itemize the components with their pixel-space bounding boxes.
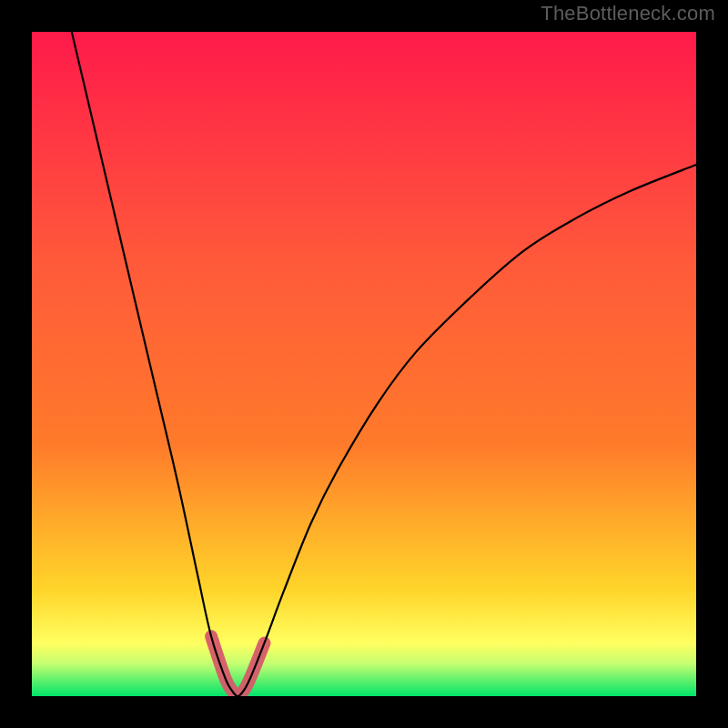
watermark-text: TheBottleneck.com bbox=[541, 2, 715, 25]
bottleneck-chart bbox=[32, 32, 696, 696]
gradient-background bbox=[32, 32, 696, 696]
plot-area bbox=[32, 32, 696, 696]
chart-frame: TheBottleneck.com bbox=[0, 0, 728, 728]
